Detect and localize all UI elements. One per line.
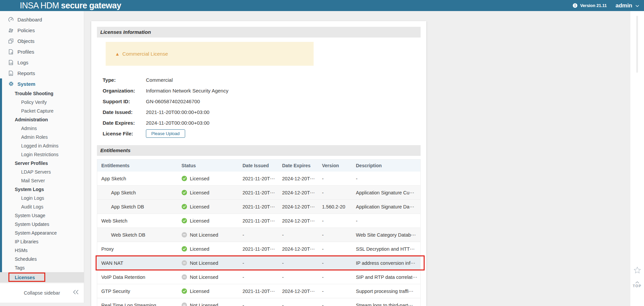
sidebar-item-admin-roles[interactable]: Admin Roles	[0, 133, 84, 141]
section-entitlements: Entitlements	[97, 145, 421, 156]
table-row-wan-nat[interactable]: WAN NATNot Licensed---IP address convers…	[97, 256, 420, 270]
system-icon	[8, 81, 14, 86]
app-logo[interactable]: INSA HDMsecure gateway	[20, 0, 121, 11]
sidebar-item-policies[interactable]: Policies	[0, 25, 84, 36]
status-label: Not Licensed	[190, 232, 218, 238]
date-issued-cell: -	[243, 260, 282, 266]
date-issued-cell: 2021-11-20T⋯	[243, 190, 282, 195]
sidebar-item-ldap-servers[interactable]: LDAP Servers	[0, 168, 84, 176]
sidebar-item-mail-server[interactable]: Mail Server	[0, 176, 84, 185]
sidebar-item-label: Licenses	[15, 275, 35, 280]
sidebar-item-system-usage[interactable]: System Usage	[0, 211, 84, 220]
minus-circle-icon	[181, 260, 187, 266]
sidebar-item-label: Logged in Admins	[21, 143, 58, 148]
sidebar-item-system-appearance[interactable]: System Appearance	[0, 229, 84, 237]
sidebar-item-login-restrictions[interactable]: Login Restrictions	[0, 150, 84, 159]
sidebar-item-label: Server Profiles	[15, 161, 48, 166]
sidebar-item-dashboard[interactable]: Dashboard	[0, 14, 84, 25]
status-label: Licensed	[190, 190, 209, 195]
sidebar-item-label: System Usage	[15, 213, 45, 218]
status-cell: Not Licensed	[181, 232, 243, 238]
sidebar: DashboardPoliciesObjectsProfilesLOGLogsR…	[0, 11, 84, 303]
entitlement-name: App Sketch	[97, 190, 181, 195]
sidebar-item-schedules[interactable]: Schedules	[0, 255, 84, 263]
back-to-top-button[interactable]: TOP	[630, 281, 644, 288]
minus-circle-icon	[181, 232, 187, 238]
sidebar-item-audit-logs[interactable]: Audit Logs	[0, 202, 84, 211]
section-title-licenses-information: Licenses Information	[100, 29, 151, 35]
entitlement-name: Proxy	[97, 246, 181, 252]
sidebar-item-administration[interactable]: Administration	[0, 115, 84, 124]
sidebar-item-admins[interactable]: Admins	[0, 124, 84, 133]
check-circle-icon	[181, 288, 187, 294]
date-issued-cell: 2021-11-20T⋯	[243, 204, 282, 209]
status-cell: Not Licensed	[181, 274, 243, 280]
sidebar-item-label: Administration	[15, 117, 48, 122]
chevron-down-icon	[635, 3, 639, 9]
sidebar-item-label: System Appearance	[15, 230, 57, 236]
version-label: Version 21.11	[580, 3, 607, 8]
please-upload-button[interactable]: Please Upload	[146, 129, 185, 138]
check-circle-icon	[181, 190, 187, 195]
table-row-proxy[interactable]: ProxyLicensed2021-11-20T⋯2024-12-20T⋯-SS…	[97, 242, 420, 256]
column-header-version: Version	[322, 163, 356, 168]
sidebar-item-hsms[interactable]: HSMs	[0, 246, 84, 255]
table-row-real-time-log-streaming[interactable]: Real Time Log StreamingNot Licensed---St…	[97, 298, 420, 306]
field-label: Organization:	[103, 88, 146, 94]
scrollbar-thumb[interactable]	[636, 16, 638, 73]
sidebar-item-ip-libraries[interactable]: IP Libraries	[0, 237, 84, 246]
sidebar-item-server-profiles[interactable]: Server Profiles	[0, 159, 84, 168]
favorite-star-icon[interactable]	[634, 266, 641, 275]
check-circle-icon	[181, 204, 187, 209]
sidebar-item-system[interactable]: System	[0, 78, 84, 89]
collapse-sidebar-button[interactable]: Collapse sidebar	[24, 290, 60, 296]
entitlement-name: VoIP Data Retention	[97, 274, 181, 280]
column-header-description: Description	[356, 163, 420, 168]
dashboard-icon	[8, 17, 14, 22]
sidebar-item-logged-in-admins[interactable]: Logged in Admins	[0, 141, 84, 150]
date-issued-cell: -	[243, 303, 282, 306]
date-issued-cell: 2021-11-20T⋯	[243, 289, 282, 294]
table-row-voip-data-retention[interactable]: VoIP Data RetentionNot Licensed---SIP an…	[97, 270, 420, 284]
version-cell: -	[322, 303, 356, 306]
sidebar-item-logs[interactable]: LOGLogs	[0, 57, 84, 68]
sidebar-item-profiles[interactable]: Profiles	[0, 46, 84, 57]
status-cell: Licensed	[181, 190, 243, 195]
field-value: 2024-11-20T00:00:00+03:00	[146, 120, 209, 126]
sidebar-item-login-logs[interactable]: Login Logs	[0, 194, 84, 202]
collapse-chevrons-icon[interactable]	[72, 289, 79, 296]
sidebar-item-tags[interactable]: Tags	[0, 263, 84, 272]
sidebar-item-label: Profiles	[17, 49, 34, 55]
sidebar-item-objects[interactable]: Objects	[0, 36, 84, 46]
sidebar-item-system-logs[interactable]: System Logs	[0, 185, 84, 194]
section-licenses-information: Licenses Information	[97, 27, 421, 38]
sidebar-item-policy-verify[interactable]: Policy Verify	[0, 98, 84, 107]
logo-primary: INSA HDM	[20, 1, 59, 10]
sidebar-item-licenses[interactable]: Licenses	[0, 272, 84, 283]
date-expires-cell: 2024-12-20T⋯	[282, 176, 322, 181]
sidebar-item-system-updates[interactable]: System Updates	[0, 220, 84, 229]
sidebar-item-packet-capture[interactable]: Packet Capture	[0, 107, 84, 115]
info-icon[interactable]	[573, 3, 578, 8]
table-row-web-sketch-db[interactable]: Web Sketch DBNot Licensed---Web Site Cat…	[97, 228, 420, 242]
table-row-app-sketch[interactable]: App SketchLicensed2021-11-20T⋯2024-12-20…	[97, 172, 420, 186]
entitlement-name: Web Sketch	[97, 218, 181, 224]
sidebar-item-label: HSMs	[15, 248, 28, 253]
version-cell: -	[322, 176, 356, 181]
field-label: Date Expires:	[103, 120, 146, 126]
status-cell: Licensed	[181, 204, 243, 209]
sidebar-item-reports[interactable]: Reports	[0, 68, 84, 78]
table-row-web-sketch[interactable]: Web SketchLicensed2021-11-20T⋯2024-12-20…	[97, 214, 420, 228]
table-row-app-sketch-db[interactable]: App Sketch DBLicensed2021-11-20T⋯2024-12…	[97, 200, 420, 214]
table-row-app-sketch[interactable]: App SketchLicensed2021-11-20T⋯2024-12-20…	[97, 186, 420, 200]
user-menu[interactable]: admin	[615, 2, 639, 9]
description-cell: IP address conversion inf⋯	[356, 260, 420, 266]
sidebar-item-label: Objects	[17, 38, 35, 44]
date-issued-cell: -	[243, 232, 282, 238]
column-header-date-issued: Date Issued	[243, 163, 282, 168]
sidebar-item-label: Packet Capture	[21, 108, 54, 114]
sidebar-item-trouble-shooting[interactable]: Trouble Shooting	[0, 89, 84, 98]
table-row-gtp-security[interactable]: GTP SecurityLicensed2021-11-20T⋯2024-12-…	[97, 284, 420, 298]
entitlements-table: EntitlementsStatusDate IssuedDate Expire…	[97, 159, 421, 306]
entitlement-name: GTP Security	[97, 289, 181, 294]
